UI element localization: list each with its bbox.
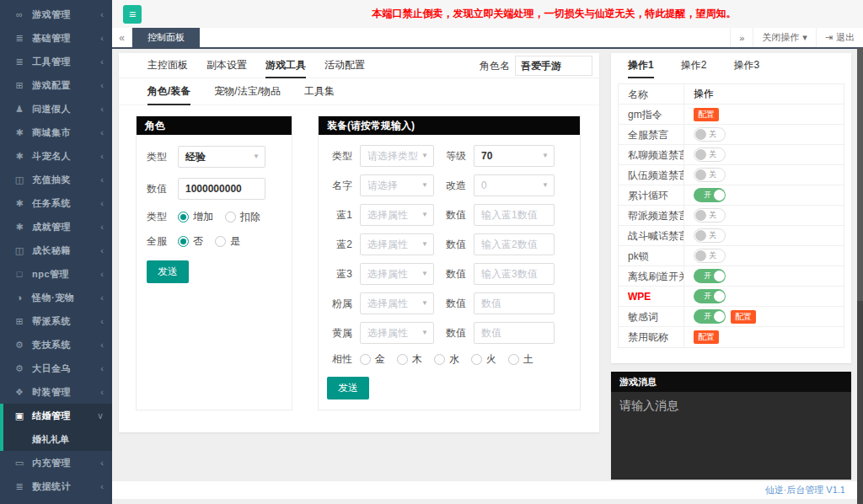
- equip-pink-value-input[interactable]: [474, 292, 555, 314]
- toggle-off[interactable]: 关: [694, 127, 726, 142]
- element-affinity-label: 相性: [327, 352, 352, 367]
- radio-element-wood[interactable]: 木: [397, 352, 422, 367]
- sidebar-item-game-config[interactable]: ⊞ 游戏配置 ‹: [0, 73, 112, 97]
- sidebar-item-recharge-mgmt[interactable]: ▭ 内充管理 ‹: [0, 451, 112, 475]
- sidebar-item-mall[interactable]: ✱ 商城集市 ‹: [0, 121, 112, 144]
- radio-element-metal[interactable]: 金: [360, 352, 385, 367]
- sidebar-item-fashion-mgmt[interactable]: ❖ 时装管理 ‹: [0, 380, 112, 404]
- tab-dungeon-settings[interactable]: 副本设置: [206, 53, 247, 78]
- radio-scope-yes[interactable]: 是: [215, 234, 240, 249]
- radio-dot: [360, 354, 371, 365]
- asterisk-icon: ✱: [13, 151, 26, 162]
- caret-icon: ▼: [421, 293, 428, 314]
- sidebar-item-data-stats[interactable]: ≣ 数据统计 ‹: [0, 475, 112, 498]
- sidebar-item-basic-mgmt[interactable]: ≣ 基础管理 ‹: [0, 26, 112, 50]
- sidebar-item-monster-pet[interactable]: ◑ 怪物·宠物 ‹: [0, 286, 112, 309]
- hamburger-icon: ≡: [129, 8, 136, 21]
- toggle-on[interactable]: 开: [694, 289, 726, 303]
- equip-pink-select[interactable]: 选择属性 ▼: [360, 292, 434, 314]
- radio-add[interactable]: 增加: [178, 210, 213, 224]
- logout-button[interactable]: ⇥ 退出: [816, 28, 863, 47]
- monitor-icon: ▭: [13, 458, 26, 469]
- role-send-button[interactable]: 发送: [147, 260, 189, 283]
- sidebar-subitem-wedding-gift-list[interactable]: 婚礼礼单: [3, 427, 112, 451]
- caret-icon: ▼: [421, 175, 428, 196]
- sidebar-item-recharge-lottery[interactable]: ◫ 充值抽奖 ‹: [0, 168, 112, 191]
- toggle-off[interactable]: 关: [694, 228, 726, 243]
- role-value-input[interactable]: [178, 178, 265, 200]
- sidebar-item-npc-mgmt[interactable]: □ npc管理 ‹: [0, 262, 112, 286]
- equip-mod-select[interactable]: 0 ▼: [474, 174, 555, 196]
- sidebar-item-growth-book[interactable]: ◫ 成长秘籍 ‹: [0, 239, 112, 262]
- sidebar-item-game-mgmt[interactable]: ∞ 游戏管理 ‹: [0, 3, 112, 26]
- close-actions-dropdown[interactable]: 关闭操作 ▾: [753, 28, 816, 47]
- equip-type-select[interactable]: 请选择类型 ▼: [360, 145, 434, 167]
- sidebar-item-guild-system[interactable]: ⊞ 帮派系统 ‹: [0, 309, 112, 333]
- equip-blue2-value-input[interactable]: [474, 233, 555, 255]
- toggle-on[interactable]: 开: [694, 269, 726, 283]
- equip-mod-label: 改造: [441, 179, 466, 193]
- tab-activity-config[interactable]: 活动配置: [324, 53, 365, 78]
- role-type-select[interactable]: 经验 ▼: [178, 146, 265, 168]
- radio-element-water[interactable]: 水: [434, 352, 459, 367]
- toggle-off[interactable]: 关: [694, 168, 726, 182]
- config-button[interactable]: 配置: [694, 108, 719, 121]
- role-name-label: 角色名: [480, 59, 510, 73]
- sidebar-item-dummy[interactable]: ♟ 问道假人 ‹: [0, 97, 112, 121]
- gears-icon: ⚙: [13, 363, 26, 374]
- sidebar-active-group: ▣ 结婚管理 ∨ 婚礼礼单: [0, 404, 112, 451]
- chevron-left-icon: ‹: [100, 56, 104, 67]
- radio-element-earth[interactable]: 土: [508, 352, 533, 367]
- tab-ops3[interactable]: 操作3: [733, 53, 759, 78]
- asterisk-icon: ✱: [13, 127, 26, 138]
- subtab-toolset[interactable]: 工具集: [304, 78, 335, 105]
- tab-game-tools[interactable]: 游戏工具: [265, 53, 306, 78]
- ops-row-pk-lock: pk锁 关: [619, 246, 844, 266]
- sidebar-item-pet-celeb[interactable]: ✱ 斗宠名人 ‹: [0, 144, 112, 168]
- scrollbar-thumb[interactable]: [857, 48, 863, 301]
- equip-blue3-select[interactable]: 选择属性 ▼: [360, 263, 434, 285]
- subtab-role-equip[interactable]: 角色/装备: [147, 78, 190, 105]
- equip-blue1-value-label: 数值: [441, 208, 466, 223]
- game-message-panel: 游戏消息: [611, 372, 851, 480]
- radio-subtract[interactable]: 扣除: [225, 210, 260, 224]
- tab-ops1[interactable]: 操作1: [628, 53, 654, 78]
- equip-blue1-select[interactable]: 选择属性 ▼: [360, 204, 434, 226]
- equip-blue3-value-input[interactable]: [474, 263, 555, 285]
- equip-yellow-value-input[interactable]: [474, 322, 555, 344]
- toggle-off[interactable]: 关: [694, 147, 726, 162]
- equip-yellow-select[interactable]: 选择属性 ▼: [360, 322, 434, 344]
- sidebar-item-golden-crow[interactable]: ⚙ 大日金乌 ‹: [0, 357, 112, 380]
- sidebar-item-tool-mgmt[interactable]: ≣ 工具管理 ‹: [0, 50, 112, 73]
- subtab-pet-treasure-item[interactable]: 宠物/法宝/物品: [214, 78, 281, 105]
- vertical-scrollbar[interactable]: [857, 48, 863, 504]
- config-button[interactable]: 配置: [694, 330, 719, 344]
- version-link[interactable]: 仙逆·后台管理 V1.1: [765, 484, 845, 496]
- equip-level-select[interactable]: 70 ▼: [474, 145, 555, 167]
- equip-blue2-select[interactable]: 选择属性 ▼: [360, 233, 434, 255]
- equip-name-select[interactable]: 请选择 ▼: [360, 174, 434, 196]
- toggle-on[interactable]: 开: [694, 309, 726, 324]
- chevron-left-icon: ‹: [100, 104, 104, 114]
- scroll-tabs-left-button[interactable]: «: [112, 28, 132, 47]
- equip-blue1-value-input[interactable]: [474, 204, 555, 226]
- sidebar-item-marriage-mgmt[interactable]: ▣ 结婚管理 ∨: [3, 404, 112, 427]
- toggle-off[interactable]: 关: [694, 249, 726, 263]
- tab-main-console[interactable]: 主控面板: [147, 53, 188, 78]
- role-name-input[interactable]: [515, 56, 592, 76]
- config-button[interactable]: 配置: [731, 310, 756, 324]
- sidebar-item-arena-system[interactable]: ⚙ 竞技系统 ‹: [0, 333, 112, 357]
- hamburger-menu-button[interactable]: ≡: [123, 5, 142, 24]
- toggle-on[interactable]: 开: [694, 188, 726, 202]
- toggle-off[interactable]: 关: [694, 208, 726, 223]
- radio-element-fire[interactable]: 火: [471, 352, 496, 367]
- equip-send-button[interactable]: 发送: [327, 377, 369, 399]
- tab-control-panel[interactable]: 控制面板: [132, 28, 200, 47]
- game-message-input[interactable]: [611, 392, 851, 480]
- sidebar-item-task-system[interactable]: ✱ 任务系统 ‹: [0, 191, 112, 215]
- scroll-tabs-right-button[interactable]: »: [730, 28, 753, 47]
- radio-scope-no[interactable]: 否: [178, 234, 203, 249]
- tab-ops2[interactable]: 操作2: [681, 53, 707, 78]
- sidebar-item-achievement[interactable]: ✱ 成就管理 ‹: [0, 215, 112, 239]
- list-icon: ≣: [13, 481, 26, 492]
